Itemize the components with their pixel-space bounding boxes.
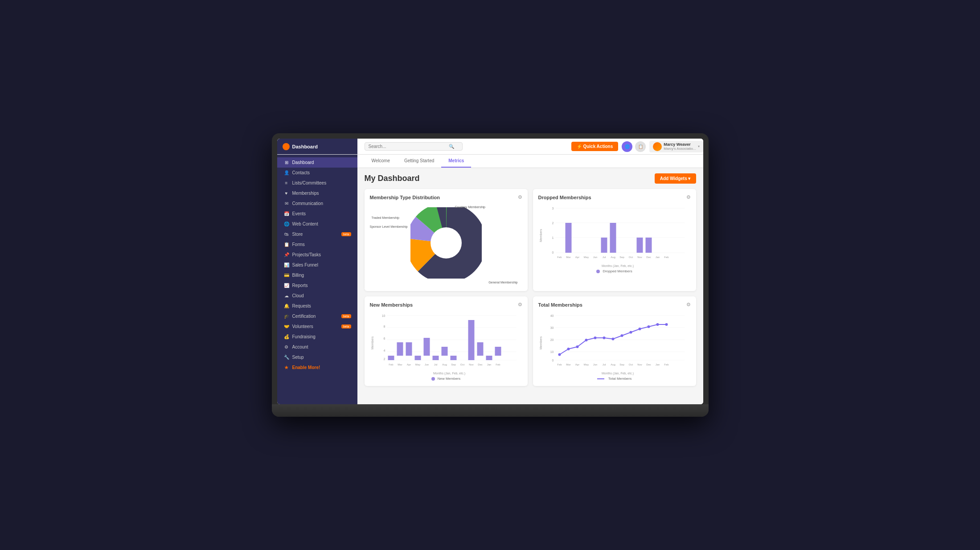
svg-text:20: 20 [550,338,554,341]
widget-header: Membership Type Distribution ⚙ [370,194,522,200]
notifications-icon[interactable]: 📋 [635,141,646,152]
svg-text:0: 0 [552,359,554,362]
sidebar-item-setup[interactable]: 🔧 Setup [277,352,357,362]
svg-rect-53 [423,338,430,356]
sidebar-item-web-content[interactable]: 🌐 Web Content [277,219,357,229]
svg-text:May: May [583,256,588,259]
sidebar-item-requests[interactable]: 🔔 Requests [277,301,357,311]
user-badge[interactable]: Marcy Weaver Marcy's Associatio... ▾ [649,141,703,152]
sidebar-item-account[interactable]: ⚙ Account [277,342,357,352]
svg-text:Mar: Mar [566,256,570,259]
cloud-icon: ☁ [283,293,290,298]
svg-text:30: 30 [550,326,554,329]
contacts-icon: 👤 [283,170,290,175]
gear-icon[interactable]: ⚙ [518,194,522,200]
add-widgets-button[interactable]: Add Widgets ▾ [655,173,696,184]
web-content-icon: 🌐 [283,222,290,226]
pie-label-sponsor: Sponsor Level Membership [370,225,408,228]
globe-icon[interactable]: 🌐 [622,141,632,152]
account-icon: ⚙ [283,345,290,349]
sales-funnel-icon: 📊 [283,263,290,267]
fundraising-icon: 💰 [283,334,290,339]
sidebar-item-lists[interactable]: ≡ Lists/Committees [277,178,357,188]
svg-rect-50 [397,342,403,356]
search-input[interactable] [369,144,449,149]
svg-text:6: 6 [383,337,385,340]
svg-text:Dec: Dec [646,256,651,259]
gear-icon[interactable]: ⚙ [686,194,691,200]
svg-point-4 [431,227,462,259]
svg-text:Jul: Jul [602,363,606,366]
tab-welcome[interactable]: Welcome [365,155,398,168]
memberships-icon: ♥ [283,191,290,196]
svg-text:Jun: Jun [593,363,597,366]
top-bar: Dashboard 🔍 ⚡ Quick Actions 🌐 📋 Marcy We… [277,139,703,155]
widget-title: Membership Type Distribution [370,195,440,200]
chevron-down-icon: ▾ [698,144,700,148]
sidebar-item-reports[interactable]: 📈 Reports [277,280,357,291]
legend-label: Dropped Members [603,269,632,273]
svg-text:Jun: Jun [593,256,597,259]
svg-text:Apr: Apr [406,363,410,366]
svg-text:Mar: Mar [398,363,402,366]
main-content: Welcome Getting Started Metrics My Dashb… [357,155,703,404]
svg-point-87 [576,345,578,348]
sidebar-item-label: Contacts [292,170,310,175]
gear-icon[interactable]: ⚙ [686,302,691,308]
widget-title: New Memberships [370,302,413,308]
sidebar-item-volunteers[interactable]: 🤝 Volunteers beta [277,321,357,332]
legend-line [597,378,604,379]
app-layout: ⊞ Dashboard 👤 Contacts ≡ Lists/Committee… [277,155,703,404]
svg-text:10: 10 [550,350,554,353]
dashboard-content: My Dashboard Add Widgets ▾ Membership Ty… [357,168,703,391]
sidebar-item-label: Sales Funnel [292,263,318,267]
sidebar-item-label: Requests [292,304,311,308]
svg-text:2: 2 [383,357,385,361]
chart-legend: Dropped Members [538,269,691,273]
laptop-base [272,404,709,417]
sidebar-item-sales-funnel[interactable]: 📊 Sales Funnel [277,260,357,270]
reports-icon: 📈 [283,283,290,288]
sidebar-item-cloud[interactable]: ☁ Cloud [277,291,357,301]
svg-rect-51 [406,342,412,356]
sidebar-item-billing[interactable]: 💳 Billing [277,270,357,280]
sidebar-item-fundraising[interactable]: 💰 Fundraising [277,332,357,342]
svg-point-90 [603,337,605,339]
sidebar-item-projects[interactable]: 📌 Projects/Tasks [277,250,357,260]
sidebar-item-events[interactable]: 📅 Events [277,209,357,219]
sidebar-item-enable-more[interactable]: ★ Enable More! [277,362,357,373]
svg-text:Nov: Nov [637,363,642,366]
svg-text:Feb: Feb [496,363,500,366]
gear-icon[interactable]: ⚙ [518,302,522,308]
avatar [653,142,662,151]
sidebar-item-label: Volunteers [292,324,313,329]
user-info: Marcy Weaver Marcy's Associatio... [664,142,696,151]
search-wrap[interactable]: 🔍 [365,142,463,151]
logo: Dashboard [277,139,357,154]
sidebar-item-contacts[interactable]: 👤 Contacts [277,168,357,178]
svg-rect-55 [441,347,447,356]
sidebar-item-label: Certification [292,314,316,319]
quick-actions-button[interactable]: ⚡ Quick Actions [571,142,619,151]
svg-text:3: 3 [552,207,554,210]
svg-rect-60 [486,356,492,360]
sidebar-item-dashboard[interactable]: ⊞ Dashboard [277,157,357,168]
sidebar-item-communication[interactable]: ✉ Communication [277,198,357,209]
pie-label-courtesy: Courtesy Membership [455,205,485,209]
tab-getting-started[interactable]: Getting Started [397,155,441,168]
svg-rect-23 [645,238,652,253]
svg-text:Apr: Apr [575,363,579,366]
svg-text:Nov: Nov [637,256,642,259]
tab-metrics[interactable]: Metrics [441,155,471,168]
svg-text:Feb: Feb [664,256,669,259]
setup-icon: 🔧 [283,355,290,360]
user-org: Marcy's Associatio... [664,147,696,151]
svg-text:10: 10 [381,314,385,317]
logo-text: Dashboard [292,144,318,149]
sidebar-item-label: Account [292,345,308,349]
svg-text:Aug: Aug [442,363,447,366]
sidebar-item-certification[interactable]: 🎓 Certification beta [277,311,357,321]
sidebar-item-memberships[interactable]: ♥ Memberships [277,188,357,198]
sidebar-item-forms[interactable]: 📋 Forms [277,239,357,250]
sidebar-item-store[interactable]: 🛍 Store beta [277,229,357,239]
